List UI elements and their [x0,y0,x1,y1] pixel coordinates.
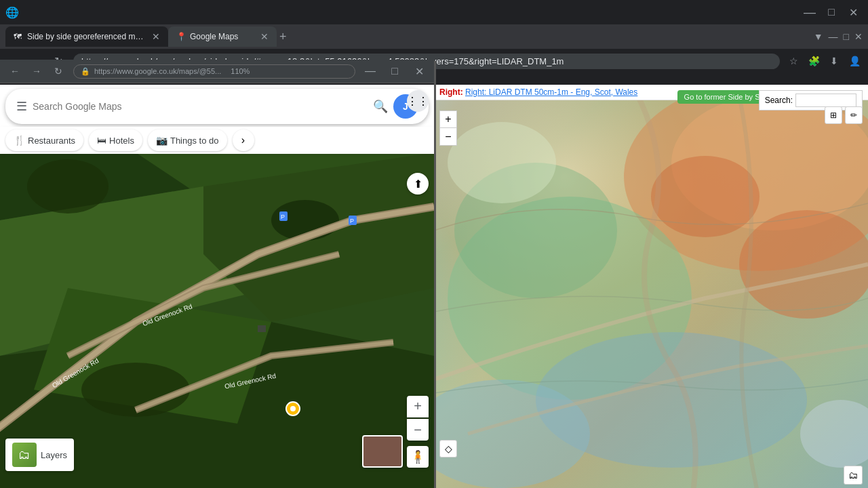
svg-text:P: P [350,218,354,224]
close-button[interactable]: ✕ [844,3,863,22]
pegman-button[interactable]: 🧍 [407,446,429,468]
nls-panel: Right: Right: LiDAR DTM 50cm-1m - Eng, S… [434,85,868,488]
nls-toolbar: ⊞ ✏ [825,106,863,124]
hotels-label: Hotels [109,136,134,146]
maps-reload-btn[interactable]: ↻ [49,62,68,81]
tab-close-nls[interactable]: ✕ [152,31,160,42]
svg-point-16 [290,406,296,411]
maps-search-icon[interactable]: 🔍 [373,99,388,114]
hotels-pill[interactable]: 🛏 Hotels [89,129,142,151]
maps-window-maximize[interactable]: □ [385,62,404,81]
hamburger-icon[interactable]: ☰ [16,99,27,114]
maps-window-close[interactable]: ✕ [410,62,429,81]
browser-chrome: 🌐 — □ ✕ 🗺 Side by side georeferenced ma.… [0,0,868,61]
lidar-link[interactable]: Right: LiDAR DTM 50cm-1m - Eng, Scot, Wa… [465,87,637,97]
more-pills-button[interactable]: › [233,129,254,151]
nls-view-icon[interactable]: ⊞ [825,106,842,124]
maps-window-minimize[interactable]: — [361,62,380,81]
nls-zoom-out-button[interactable]: − [439,128,457,146]
maps-back-btn[interactable]: ← [5,62,24,81]
things-to-do-label: Things to do [170,136,219,146]
tab-bar: 🗺 Side by side georeferenced ma... ✕ 📍 G… [0,24,868,49]
svg-point-7 [27,159,108,214]
nls-zoom-in-button[interactable]: + [439,110,457,128]
tab-nls[interactable]: 🗺 Side by side georeferenced ma... ✕ [5,26,168,47]
tab-favicon-nls: 🗺 [14,32,23,41]
maps-address[interactable]: https://www.google.co.uk/maps/@55... [94,67,221,75]
layers-thumbnail: 🗂 [12,443,37,467]
nls-navigate-button[interactable]: ◇ [439,440,457,458]
nls-search-input[interactable] [795,94,856,107]
svg-point-31 [448,122,556,203]
nls-nav-control: ◇ [439,440,457,458]
svg-rect-14 [258,325,266,332]
zoom-in-button[interactable]: + [407,396,429,418]
svg-text:P: P [281,214,285,220]
nls-zoom-controls: + − [439,110,457,146]
maps-fwd-btn[interactable]: → [27,62,46,81]
nls-layers-area: 🗂 [844,466,863,485]
restaurants-pill[interactable]: 🍴 Restaurants [5,129,83,151]
close-other-btn[interactable]: — [829,31,838,42]
maps-grid-icon[interactable]: ⋮⋮ [407,90,429,112]
content-area: Old Greenock Rd Old Greenock Rd Old Gree… [0,61,868,488]
search-label: Search: [765,96,793,105]
layers-label: Layers [41,450,67,460]
title-bar: 🌐 — □ ✕ [0,0,868,24]
lidar-svg [434,85,868,488]
map-type-button[interactable] [362,435,403,468]
maps-search-bar[interactable]: ☰ 🔍 J [5,89,429,124]
maps-panel: Old Greenock Rd Old Greenock Rd Old Gree… [0,85,434,488]
layers-control: 🗂 Layers [5,439,74,471]
restore-btn[interactable]: □ [844,31,849,42]
tab-close-maps[interactable]: ✕ [260,31,269,42]
minimize-button[interactable]: — [800,3,819,22]
right-label: Right: [439,87,465,97]
nls-edit-icon[interactable]: ✏ [845,106,863,124]
window-controls: — □ ✕ [800,3,863,22]
maps-search-input[interactable] [33,101,368,112]
svg-point-30 [651,156,760,237]
maps-zoom: 110% [231,67,250,75]
tabs-menu-icon[interactable]: ▼ [814,31,823,42]
tab-title-maps: Google Maps [190,32,255,41]
new-tab-button[interactable]: + [279,30,287,44]
tab-title-nls: Side by side georeferenced ma... [27,32,146,41]
panel-divider[interactable] [434,61,436,488]
restaurants-label: Restaurants [28,136,75,146]
nls-layers-button[interactable]: 🗂 [844,466,863,485]
lock-icon: 🔒 [81,67,90,76]
compass-button[interactable]: ⬆ [407,173,429,195]
tab-googlemaps[interactable]: 📍 Google Maps ✕ [168,26,277,47]
zoom-out-button[interactable]: − [407,419,429,441]
close-btn[interactable]: ✕ [854,31,863,42]
maximize-button[interactable]: □ [822,3,841,22]
lidar-visualization [434,85,868,488]
layers-button[interactable]: 🗂 Layers [5,439,74,471]
things-to-do-pill[interactable]: 📷 Things to do [148,129,227,151]
tab-favicon-maps: 📍 [176,32,186,41]
